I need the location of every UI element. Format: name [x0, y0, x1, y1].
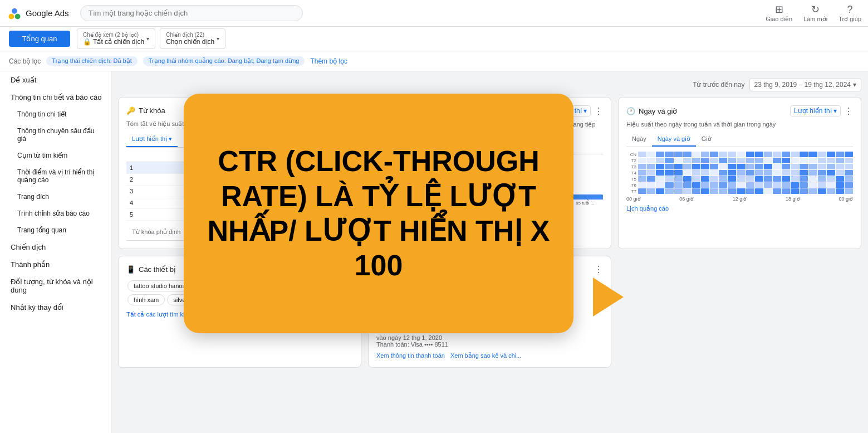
hm-cell	[710, 188, 718, 194]
date-range-select[interactable]: 23 thg 9, 2019 – 19 thg 12, 2024 ▾	[749, 78, 861, 91]
svg-point-2	[11, 7, 18, 14]
payment-link2[interactable]: Xem bảng sao kê và chi...	[450, 352, 521, 359]
filter-tag-2[interactable]: Trạng thái nhóm quảng cáo: Đang bật, Đan…	[143, 56, 305, 66]
hm-cell	[836, 164, 844, 169]
time-card-title: 🕐 Ngày và giờ	[626, 107, 677, 115]
hour-label-24: 00 giờ	[838, 196, 853, 202]
sidebar-item-thongtinct[interactable]: Thông tin chi tiết	[0, 106, 111, 123]
view-mode-group: Chế độ xem (2 bộ lọc) 🔒 Tất cả chiến dịc…	[77, 28, 225, 49]
time-link[interactable]: Lịch quảng cáo	[626, 205, 853, 212]
hm-cell	[701, 176, 709, 182]
help-action[interactable]: ? Trợ giúp	[838, 4, 861, 23]
hm-day-label: T7	[626, 188, 637, 194]
hm-cell	[701, 152, 709, 157]
time-tab-day-hour[interactable]: Ngày và giờ	[652, 133, 696, 147]
sidebar-item-trangdich[interactable]: Trang đích	[0, 188, 111, 205]
sidebar-item-chiendich[interactable]: Chiến dịch	[0, 239, 111, 256]
hm-cell	[782, 176, 790, 182]
hm-cell	[764, 188, 772, 194]
hm-cell	[845, 176, 853, 182]
search-chip[interactable]: tattoo studio hanoi	[127, 280, 190, 291]
hm-cell	[674, 158, 683, 163]
hm-cell	[818, 158, 826, 163]
hm-cell	[665, 170, 673, 176]
hm-cell	[728, 176, 736, 182]
hm-cell	[800, 182, 808, 188]
refresh-action[interactable]: ↻ Làm mới	[803, 3, 827, 23]
hm-cell	[818, 164, 826, 169]
filter-tag-1[interactable]: Trạng thái chiến dịch: Đã bật	[46, 56, 137, 66]
sidebar-item-thanhphan[interactable]: Thành phần	[0, 256, 111, 273]
hm-cell	[800, 152, 808, 157]
sidebar-item-chuyensau[interactable]: Thông tin chuyên sâu đầu giá	[0, 123, 111, 147]
time-card-more[interactable]: ⋮	[844, 106, 853, 116]
grid-action[interactable]: ⊞ Giao diện	[766, 3, 792, 23]
hm-cell	[737, 176, 745, 182]
tab-negative-kw[interactable]: Từ khóa phủ định	[126, 225, 186, 240]
hour-label-12: 12 giờ	[733, 196, 747, 202]
sidebar-item-doituong[interactable]: Đối tượng, từ khóa và nội dung	[0, 273, 111, 299]
time-tab-hour[interactable]: Giờ	[696, 133, 717, 147]
sidebar-item-trinchinhsua[interactable]: Trình chỉnh sửa báo cáo	[0, 205, 111, 222]
topbar-actions: ⊞ Giao diện ↻ Làm mới ? Trợ giúp	[766, 3, 861, 23]
hm-cell	[764, 182, 772, 188]
second-bar: Tổng quan Chế độ xem (2 bộ lọc) 🔒 Tất cả…	[0, 27, 868, 51]
time-metric-select[interactable]: Lượt hiển thị ▾	[790, 105, 841, 116]
hm-cell	[719, 188, 727, 194]
hm-cell	[692, 152, 700, 157]
hm-cell	[737, 182, 745, 188]
hm-cell	[683, 152, 692, 157]
hm-cell	[728, 182, 736, 188]
payment-link1[interactable]: Xem thông tin thanh toán	[376, 352, 445, 359]
tab-impressions[interactable]: Lượt hiển thị ▾	[126, 132, 178, 147]
hm-cell	[746, 158, 754, 163]
hm-cell	[782, 182, 790, 188]
sidebar-item-cumtu[interactable]: Cụm từ tìm kiếm	[0, 147, 111, 164]
hm-cell	[827, 188, 835, 194]
payment-more[interactable]: ⋮	[594, 264, 603, 275]
hm-cell	[755, 158, 763, 163]
hm-cell	[710, 182, 718, 188]
hm-cell	[728, 158, 736, 163]
hm-cell	[638, 152, 646, 157]
hm-cell	[674, 182, 683, 188]
search-input[interactable]	[80, 5, 303, 21]
sidebar-item-trangtonghop[interactable]: Trang tổng quan	[0, 222, 111, 239]
hm-cell	[692, 158, 700, 163]
hm-cell	[692, 176, 700, 182]
add-filter-btn[interactable]: Thêm bộ lọc	[310, 57, 347, 65]
hm-cell	[737, 170, 745, 176]
sidebar-item-thoidiemvitri[interactable]: Thời điểm và vị trí hiển thị quảng cáo	[0, 164, 111, 188]
hm-cell	[755, 182, 763, 188]
sidebar-item-deXuat[interactable]: Đề xuất	[0, 71, 111, 89]
search-chip[interactable]: hình xam	[127, 294, 165, 305]
hm-cell	[800, 158, 808, 163]
hm-cell	[746, 152, 754, 157]
hm-cell	[808, 164, 817, 169]
tong-quan-button[interactable]: Tổng quan	[9, 31, 70, 47]
time-tab-day[interactable]: Ngày	[626, 133, 652, 147]
hm-cell	[836, 176, 844, 182]
hm-cell	[773, 170, 781, 176]
hm-cell	[728, 170, 736, 176]
hm-cell	[656, 188, 664, 194]
hm-cell	[719, 182, 727, 188]
hm-cell	[808, 182, 817, 188]
hm-cell	[701, 170, 709, 176]
hm-cell	[719, 152, 727, 157]
hm-cell	[656, 176, 664, 182]
view-mode-dropdown[interactable]: Chế độ xem (2 bộ lọc) 🔒 Tất cả chiến dịc…	[77, 28, 155, 49]
time-card-subtitle: Hiệu suất theo ngày trong tuần và thời g…	[626, 121, 853, 128]
hm-cell	[692, 170, 700, 176]
hm-cell	[665, 152, 673, 157]
hm-cell	[674, 152, 683, 157]
hm-cell	[746, 170, 754, 176]
hm-cell	[791, 152, 799, 157]
sidebar-item-nhatky[interactable]: Nhật ký thay đổi	[0, 299, 111, 316]
hm-cell	[782, 158, 790, 163]
sidebar-item-thongtin[interactable]: Thông tin chi tiết và báo cáo	[0, 89, 111, 106]
hm-cell	[764, 176, 772, 182]
demo-card-more[interactable]: ⋮	[594, 106, 603, 116]
date-range-bar: Từ trước đến nay 23 thg 9, 2019 – 19 thg…	[118, 78, 861, 91]
campaign-dropdown[interactable]: Chiến dịch (22) Chọn chiến dịch ▾	[160, 28, 225, 49]
